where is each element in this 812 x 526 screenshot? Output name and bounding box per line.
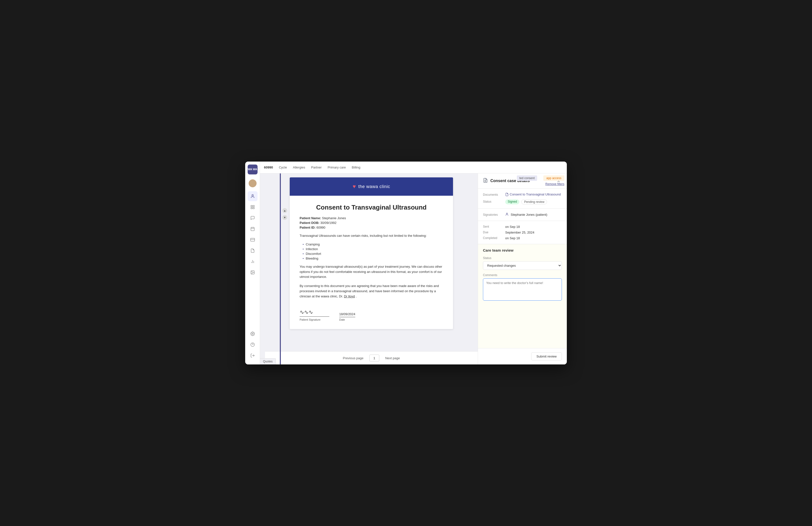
- document-scroll-area: ♥ the wawa clinic Consent to Transvagina…: [265, 173, 478, 351]
- nav-tab-primary-care[interactable]: Primary care: [328, 164, 346, 170]
- completed-row: Completed on Sep 18: [483, 236, 562, 240]
- patient-id-value: 60990: [316, 225, 325, 229]
- submit-review-button[interactable]: Submit review: [531, 352, 562, 361]
- sidebar-item-calendar[interactable]: [248, 224, 258, 234]
- settings-icon[interactable]: [248, 329, 258, 339]
- svg-point-22: [506, 213, 508, 214]
- review-status-label: Status: [483, 256, 562, 260]
- list-item: Bleeding: [303, 257, 443, 260]
- dates-section: Sent on Sep 18 Due September 25, 2024 Co…: [478, 221, 567, 244]
- sent-value: on Sep 18: [505, 225, 520, 229]
- page-area: app access Remove filters ted consent Qu…: [260, 173, 567, 364]
- review-comments-label: Comments: [483, 273, 562, 277]
- logout-icon[interactable]: [248, 351, 258, 361]
- signatories-row: Signatories Stephanie Jones (patient): [483, 213, 562, 217]
- consent-panel: Consent case details ✕ Documents Consent…: [478, 173, 567, 364]
- nav-tab-partner[interactable]: Partner: [311, 164, 322, 170]
- svg-point-16: [252, 333, 253, 335]
- page-number-input[interactable]: [369, 354, 379, 362]
- list-item: Discomfort: [303, 252, 443, 255]
- scroll-up-arrow[interactable]: ▲: [282, 208, 287, 213]
- signatory-name: Stephanie Jones (patient): [511, 213, 547, 217]
- patient-id: 60990: [264, 165, 273, 169]
- sidebar-item-grid[interactable]: [248, 202, 258, 212]
- list-item: Cramping: [303, 243, 443, 246]
- ted-consent-badge[interactable]: ted consent: [517, 175, 537, 181]
- svg-rect-2: [253, 205, 254, 207]
- consent-documents-section: Documents Consent to Transvaginal Ultras…: [478, 189, 567, 208]
- nav-tab-cycle[interactable]: Cycle: [279, 164, 287, 170]
- document-card: ♥ the wawa clinic Consent to Transvagina…: [290, 177, 453, 329]
- patient-name-field: Patient Name: Stephanie Jones: [300, 216, 443, 220]
- sidebar-item-images[interactable]: [248, 267, 258, 277]
- signatories-label: Signatories: [483, 213, 505, 217]
- status-badges: Signed Pending review: [505, 200, 547, 204]
- svg-rect-3: [253, 208, 254, 209]
- care-review-title: Care team review: [483, 248, 562, 252]
- due-label: Due: [483, 231, 505, 234]
- list-item: Infection: [303, 247, 443, 251]
- remove-filters-link[interactable]: Remove filters: [545, 182, 564, 186]
- document-body: Consent to Transvaginal Ultrasound Patie…: [290, 196, 453, 329]
- main-content: 60990 Cycle Allergies Partner Primary ca…: [260, 162, 567, 364]
- risk-intro: Transvaginal Ultrasounds can have certai…: [300, 233, 443, 238]
- review-status-select[interactable]: Requested changes: [483, 261, 562, 270]
- care-review-section: Care team review Status Requested change…: [478, 244, 567, 348]
- due-value: September 25, 2024: [505, 231, 534, 234]
- signature-image: ∿∿∿: [300, 309, 329, 317]
- app-logo: WA WA: [248, 164, 258, 174]
- sidebar-item-billing[interactable]: [248, 235, 258, 245]
- next-page-button[interactable]: Next page: [383, 355, 402, 361]
- patient-id-field: Patient ID: 60990: [300, 225, 443, 229]
- sidebar-item-reports[interactable]: [248, 246, 258, 255]
- patient-name-value: Stephanie Jones: [322, 216, 346, 220]
- sent-label: Sent: [483, 225, 505, 229]
- quotes-tab[interactable]: Quotes: [260, 358, 276, 364]
- patient-signature-block: ∿∿∿ Patient Signature: [300, 309, 329, 321]
- app-access-banner[interactable]: app access: [543, 175, 564, 181]
- nav-tab-allergies[interactable]: Allergies: [293, 164, 305, 170]
- document-title: Consent to Transvaginal Ultrasound: [300, 204, 443, 211]
- svg-rect-5: [251, 228, 254, 231]
- nav-tab-billing[interactable]: Billing: [352, 164, 361, 170]
- submit-area: Submit review: [478, 348, 567, 364]
- svg-rect-4: [251, 208, 252, 209]
- signatories-section: Signatories Stephanie Jones (patient): [478, 208, 567, 221]
- svg-rect-9: [250, 238, 255, 241]
- document-link[interactable]: Consent to Transvaginal Ultrasound: [505, 192, 561, 196]
- comfort-paragraph: You may undergo transvaginal ultrasound(…: [300, 264, 443, 280]
- date-label: Date: [339, 318, 355, 321]
- date-block: 18/09/2024 Date: [339, 312, 355, 321]
- help-icon[interactable]: [248, 340, 258, 350]
- clinic-logo: ♥ the wawa clinic: [352, 183, 390, 190]
- badge-pending-review: Pending review: [521, 200, 547, 204]
- signature-section: ∿∿∿ Patient Signature 18/09/2024 Date: [300, 309, 443, 321]
- previous-page-button[interactable]: Previous page: [341, 355, 365, 361]
- document-header: ♥ the wawa clinic: [290, 177, 453, 196]
- review-status-field: Status Requested changes: [483, 256, 562, 273]
- clinic-name: the wawa clinic: [358, 184, 390, 189]
- doctor-name: Dr lloyd: [344, 294, 355, 298]
- sent-row: Sent on Sep 18: [483, 225, 562, 229]
- sidebar-item-messages[interactable]: [248, 213, 258, 223]
- sidebar-item-chart[interactable]: [248, 257, 258, 266]
- review-comments-textarea[interactable]: [483, 278, 562, 301]
- document-panel: ♥ the wawa clinic Consent to Transvagina…: [260, 173, 478, 364]
- signature-label: Patient Signature: [300, 318, 320, 321]
- completed-label: Completed: [483, 236, 505, 240]
- patient-dob-field: Patient DOB: 30/09/1992: [300, 221, 443, 225]
- review-comments-field: Comments: [483, 273, 562, 302]
- status-label: Status: [483, 200, 505, 203]
- due-row: Due September 25, 2024: [483, 231, 562, 234]
- signatory-icon: [505, 213, 509, 217]
- status-row: Status Signed Pending review: [483, 200, 562, 204]
- svg-point-0: [252, 194, 253, 196]
- risk-list: Cramping Infection Discomfort Bleeding: [303, 243, 443, 260]
- svg-rect-1: [251, 205, 252, 207]
- documents-label: Documents: [483, 192, 505, 196]
- scroll-down-arrow[interactable]: ▼: [282, 215, 287, 220]
- consent-header-icon: [483, 178, 488, 184]
- sidebar-item-patients[interactable]: [248, 191, 258, 201]
- badge-signed: Signed: [505, 200, 519, 204]
- signatory-entry: Stephanie Jones (patient): [505, 213, 547, 217]
